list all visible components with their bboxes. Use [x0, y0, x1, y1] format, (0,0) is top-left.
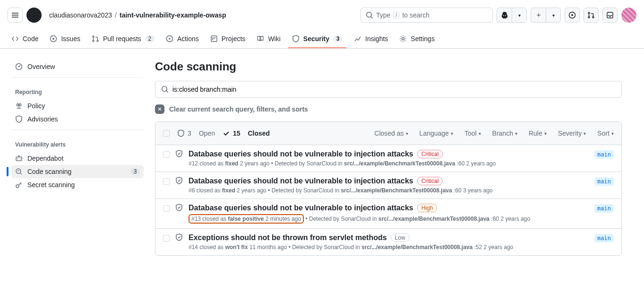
branch-tag[interactable]: main [594, 204, 614, 213]
codescan-icon [15, 168, 23, 175]
alert-detected-by: • Detected by SonarCloud in [304, 216, 378, 222]
filter-input-field[interactable] [172, 86, 616, 93]
filter-sort[interactable]: Sort▾ [597, 130, 614, 137]
code-icon [11, 35, 19, 43]
row-checkbox[interactable] [163, 235, 170, 242]
github-logo[interactable] [26, 8, 42, 23]
tab-issues[interactable]: Issues [46, 30, 84, 48]
alert-row: Exceptions should not be thrown from ser… [155, 229, 621, 255]
tab-pulls[interactable]: Pull requests2 [88, 30, 158, 48]
sidebar-code-scanning[interactable]: Code scanning3 [11, 165, 144, 178]
issue-icon [50, 35, 57, 43]
pr-icon [92, 35, 99, 43]
alert-meta-prefix: #12 closed as [189, 160, 225, 167]
alert-title-link[interactable]: Database queries should not be vulnerabl… [189, 177, 413, 185]
alert-when: 2 years ago [238, 160, 269, 167]
alert-when: 11 months ago [248, 244, 287, 251]
filter-rule[interactable]: Rule▾ [529, 130, 547, 137]
alert-title-link[interactable]: Database queries should not be vulnerabl… [189, 204, 413, 212]
severity-badge: Critical [417, 150, 443, 158]
sidebar-vuln-header: Vulnerability alerts [11, 134, 144, 152]
sidebar-secret-scanning[interactable]: Secret scanning [11, 178, 144, 191]
search-kbd: / [393, 12, 399, 18]
play-icon [166, 35, 173, 43]
filter-closed-as[interactable]: Closed as▾ [374, 130, 408, 137]
user-avatar[interactable] [621, 8, 636, 23]
global-header: claudiasonarova2023 / taint-vulnerabilit… [0, 0, 644, 30]
alert-meta: #14 closed as won't fix 11 months ago • … [189, 244, 614, 251]
create-dropdown[interactable]: ▾ [546, 8, 561, 23]
sidebar-policy[interactable]: Policy [11, 99, 144, 112]
breadcrumb-repo[interactable]: taint-vulnerability-example-owasp [120, 11, 226, 19]
branch-tag[interactable]: main [594, 234, 614, 242]
shield-check-icon [175, 204, 183, 211]
alert-detected-by: • Detected by SonarCloud in [269, 160, 344, 167]
clear-filters-label: Clear current search query, filters, and… [169, 105, 308, 113]
tab-settings[interactable]: Settings [395, 30, 438, 48]
alert-file: src/.../example/BenchmarkTest00008.java [341, 187, 452, 194]
shield-check-icon [175, 177, 183, 184]
alert-row: Database queries should not be vulnerabl… [155, 199, 621, 229]
tab-security[interactable]: Security3 [288, 30, 346, 48]
nav-menu-button[interactable] [8, 8, 23, 23]
filter-input[interactable] [155, 81, 622, 98]
repo-nav: Code Issues Pull requests2 Actions Proje… [0, 30, 644, 49]
select-all-checkbox[interactable] [163, 130, 170, 137]
branch-tag[interactable]: main [594, 177, 614, 186]
alert-title-link[interactable]: Exceptions should not be thrown from ser… [189, 233, 387, 242]
issues-shortcut-button[interactable] [565, 8, 580, 23]
sidebar-advisories[interactable]: Advisories [11, 112, 144, 126]
alert-line-age: :60 2 years ago [489, 216, 530, 222]
alert-row: Database queries should not be vulnerabl… [155, 172, 621, 199]
shield-icon [15, 115, 23, 123]
filter-branch[interactable]: Branch▾ [492, 130, 517, 137]
open-tab[interactable]: 3 Open [177, 130, 215, 137]
pulls-shortcut-button[interactable] [584, 8, 599, 23]
copilot-button[interactable] [497, 8, 512, 23]
sidebar-dependabot[interactable]: Dependabot [11, 152, 144, 165]
breadcrumb-owner[interactable]: claudiasonarova2023 [49, 11, 112, 19]
law-icon [15, 102, 23, 110]
row-checkbox[interactable] [163, 205, 170, 212]
row-checkbox[interactable] [163, 151, 170, 158]
key-icon [15, 181, 23, 189]
code-scanning-count: 3 [130, 168, 140, 175]
alert-meta: #13 closed as false positive 2 minutes a… [189, 214, 614, 224]
alert-detected-by: • Detected by SonarCloud in [287, 244, 361, 251]
alert-when: 2 minutes ago [264, 216, 301, 222]
global-search[interactable]: Type / to search [361, 8, 493, 23]
alert-title-link[interactable]: Database queries should not be vulnerabl… [189, 150, 413, 158]
filter-severity[interactable]: Severity▾ [558, 130, 586, 137]
alert-meta-prefix: #6 closed as [189, 187, 222, 194]
page-title: Code scanning [155, 60, 622, 73]
tab-code[interactable]: Code [8, 30, 42, 48]
tab-actions[interactable]: Actions [162, 30, 203, 48]
breadcrumb-separator: / [115, 11, 117, 19]
closed-tab[interactable]: 15 Closed [223, 130, 270, 137]
clear-filters-button[interactable]: ✕ Clear current search query, filters, a… [155, 104, 622, 114]
branch-tag[interactable]: main [594, 150, 614, 159]
copilot-dropdown[interactable]: ▾ [512, 8, 527, 23]
create-button[interactable]: ＋ [531, 8, 546, 23]
severity-badge: Critical [417, 177, 443, 185]
tab-projects[interactable]: Projects [206, 30, 249, 48]
tab-insights[interactable]: Insights [350, 30, 392, 48]
shield-check-icon [175, 150, 183, 157]
tab-wiki[interactable]: Wiki [253, 30, 284, 48]
sidebar-overview[interactable]: Overview [11, 60, 144, 73]
alert-meta: #6 closed as fixed 2 years ago • Detecte… [189, 187, 614, 194]
alert-row: Database queries should not be vulnerabl… [155, 145, 621, 172]
x-icon: ✕ [155, 104, 164, 114]
svg-point-3 [52, 38, 54, 40]
meter-icon [15, 63, 23, 70]
row-checkbox[interactable] [163, 178, 170, 185]
alert-line-age: :60 2 years ago [455, 160, 496, 167]
shield-icon [177, 130, 185, 137]
header-actions: Type / to search ▾ ＋ ▾ [361, 8, 636, 23]
sidebar-reporting-header: Reporting [11, 81, 144, 99]
filter-language[interactable]: Language▾ [420, 130, 453, 137]
dependabot-icon [15, 155, 23, 162]
inbox-button[interactable] [602, 8, 618, 23]
filter-tool[interactable]: Tool▾ [464, 130, 481, 137]
alert-when: 2 years ago [235, 187, 266, 194]
